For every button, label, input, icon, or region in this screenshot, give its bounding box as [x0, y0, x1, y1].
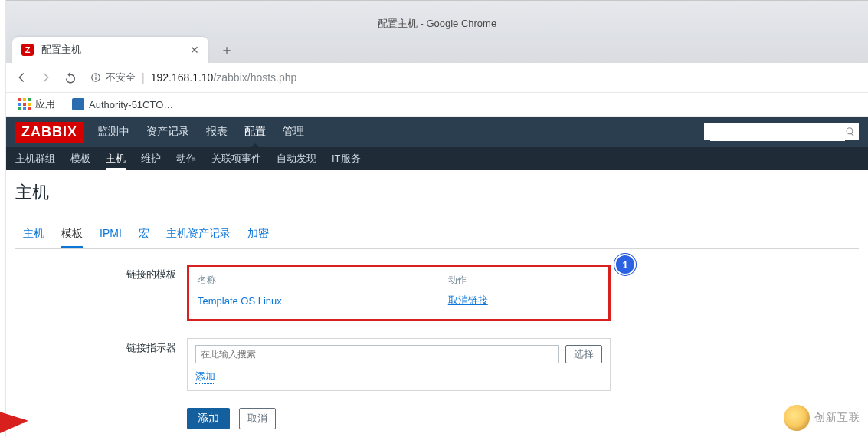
form-tab-host[interactable]: 主机: [23, 222, 44, 248]
global-search[interactable]: [704, 123, 859, 140]
global-search-input[interactable]: [710, 123, 845, 141]
new-tab-button[interactable]: ＋: [216, 39, 237, 61]
linked-template-unlink[interactable]: 取消链接: [448, 294, 488, 306]
form-tab-ipmi[interactable]: IPMI: [100, 222, 122, 248]
watermark-text: 创新互联: [814, 411, 860, 425]
apps-grid-icon: [18, 98, 31, 110]
zabbix-main-nav: ZABBIX 监测中 资产记录 报表 配置 管理: [6, 117, 868, 147]
subnav-actions[interactable]: 动作: [176, 147, 196, 170]
svg-rect-2: [95, 75, 96, 76]
nav-reports[interactable]: 报表: [206, 117, 228, 147]
nav-administration[interactable]: 管理: [283, 117, 304, 147]
back-button[interactable]: [11, 67, 32, 88]
forward-button[interactable]: [35, 67, 57, 88]
tab-title: 配置主机: [41, 43, 182, 57]
arrow-left-icon: [15, 71, 28, 84]
bookmarks-bar: 应用 Authority-51CTO…: [6, 93, 868, 117]
linked-template-row: Template OS Linux 取消链接: [197, 293, 601, 308]
nav-monitoring[interactable]: 监测中: [97, 117, 129, 147]
bookmark-favicon: [72, 98, 84, 110]
zabbix-sub-nav: 主机群组 模板 主机 维护 动作 关联项事件 自动发现 IT服务: [6, 147, 868, 170]
window-title: 配置主机 - Google Chrome: [378, 17, 496, 31]
nav-configuration[interactable]: 配置: [244, 117, 266, 147]
zabbix-logo[interactable]: ZABBIX: [15, 122, 84, 143]
form-tabs: 主机 模板 IPMI 宏 主机资产记录 加密: [15, 222, 859, 249]
search-icon[interactable]: [845, 127, 856, 137]
browser-tabstrip: Z 配置主机 ✕ ＋: [6, 35, 868, 63]
info-icon: [90, 72, 101, 83]
svg-rect-1: [95, 77, 96, 80]
linked-col-name: 名称: [197, 273, 447, 293]
cancel-button[interactable]: 取消: [239, 408, 276, 429]
tab-favicon-zabbix: Z: [21, 44, 34, 56]
link-new-label: 链接指示器: [23, 338, 187, 355]
subnav-hosts[interactable]: 主机: [106, 147, 126, 170]
linked-template-name[interactable]: Template OS Linux: [198, 295, 282, 307]
tab-close-icon[interactable]: ✕: [190, 44, 199, 56]
watermark: 创新互联: [784, 405, 860, 431]
form-tab-macros[interactable]: 宏: [139, 222, 149, 248]
link-new-search-input[interactable]: [195, 345, 559, 363]
browser-tab[interactable]: Z 配置主机 ✕: [12, 37, 208, 63]
subnav-discovery[interactable]: 自动发现: [277, 147, 316, 170]
form-tab-encryption[interactable]: 加密: [247, 222, 269, 248]
url-path: /zabbix/hosts.php: [213, 71, 296, 84]
arrow-right-icon: [39, 71, 53, 84]
link-new-add-link[interactable]: 添加: [195, 370, 215, 384]
host-form-card: 主机 模板 IPMI 宏 主机资产记录 加密 链接的模板 名称 动作: [15, 215, 859, 437]
reload-icon: [64, 71, 77, 84]
bookmark-item[interactable]: Authority-51CTO…: [67, 96, 178, 113]
address-bar[interactable]: 不安全 | 192.168.1.10/zabbix/hosts.php: [84, 67, 863, 88]
subnav-templates[interactable]: 模板: [70, 147, 90, 170]
bookmark-title: Authority-51CTO…: [89, 99, 173, 110]
window-titlebar: 配置主机 - Google Chrome: [6, 0, 868, 35]
link-new-box: 选择 添加: [187, 338, 611, 391]
subnav-itservices[interactable]: IT服务: [332, 147, 361, 170]
apps-button[interactable]: 应用: [14, 95, 60, 113]
link-new-select-button[interactable]: 选择: [565, 345, 602, 363]
form-tab-templates[interactable]: 模板: [61, 222, 83, 248]
submit-button[interactable]: 添加: [187, 408, 230, 429]
linked-templates-box: 名称 动作 Template OS Linux 取消链接: [187, 264, 611, 321]
subnav-correlation[interactable]: 关联项事件: [211, 147, 261, 170]
nav-inventory[interactable]: 资产记录: [146, 117, 189, 147]
linked-col-action: 动作: [447, 273, 601, 293]
watermark-logo-icon: [784, 405, 810, 431]
url-text: 192.168.1.10/zabbix/hosts.php: [151, 71, 297, 84]
subnav-maintenance[interactable]: 维护: [141, 147, 161, 170]
linked-templates-label: 链接的模板: [23, 264, 187, 281]
page-title: 主机: [6, 170, 868, 210]
form-tab-inventory[interactable]: 主机资产记录: [166, 222, 231, 248]
browser-toolbar: 不安全 | 192.168.1.10/zabbix/hosts.php: [6, 63, 868, 93]
subnav-hostgroups[interactable]: 主机群组: [15, 147, 55, 170]
annotation-callout-1: 1: [614, 254, 636, 275]
reload-button[interactable]: [60, 67, 81, 88]
url-host: 192.168.1.10: [151, 71, 214, 84]
security-label: 不安全: [106, 71, 136, 84]
apps-label: 应用: [35, 97, 55, 111]
